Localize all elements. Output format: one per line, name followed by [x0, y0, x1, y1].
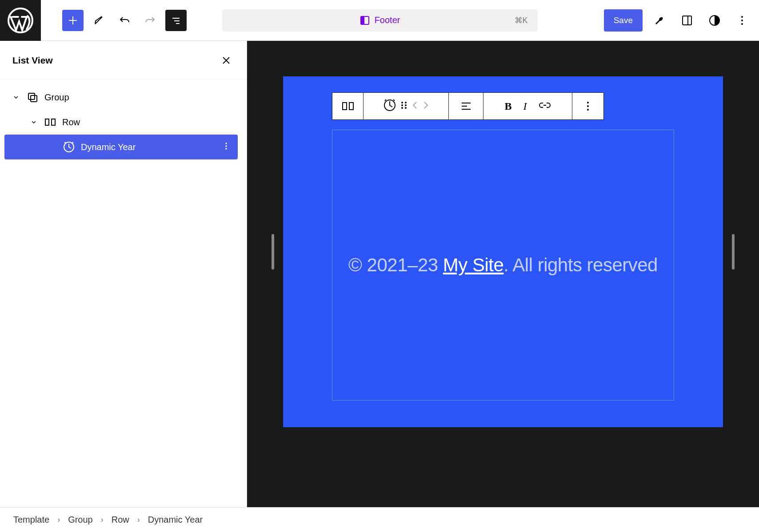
tools-button[interactable]: [649, 10, 670, 31]
footer-prefix: © 2021–23: [348, 254, 443, 275]
link-button[interactable]: [539, 101, 551, 111]
svg-point-26: [587, 105, 589, 107]
tree-item-label: Dynamic Year: [81, 142, 136, 152]
breadcrumb-item[interactable]: Dynamic Year: [148, 515, 203, 525]
svg-point-24: [405, 107, 407, 109]
more-menu-button[interactable]: [731, 10, 753, 31]
more-vertical-icon: [583, 100, 592, 112]
svg-rect-17: [349, 103, 353, 110]
editor-main: List View Group Row Dynamic Year: [0, 41, 759, 507]
contrast-icon: [709, 15, 720, 26]
svg-rect-8: [28, 93, 35, 99]
editor-topbar: Footer ⌘K Save: [0, 0, 759, 41]
tree-item-row[interactable]: Row: [4, 110, 238, 135]
dynamic-year-icon: [63, 141, 75, 153]
dynamic-year-block-content[interactable]: © 2021–23 My Site. All rights reserved: [332, 254, 674, 276]
chevron-down-icon: [12, 94, 20, 100]
more-vertical-icon: [736, 15, 748, 26]
svg-rect-11: [52, 119, 55, 125]
chevron-right-icon: ›: [101, 515, 104, 524]
svg-rect-9: [31, 95, 37, 102]
settings-panel-toggle[interactable]: [676, 10, 698, 31]
svg-point-5: [741, 16, 743, 18]
svg-point-27: [587, 109, 589, 111]
drag-handle[interactable]: [400, 101, 407, 111]
link-icon: [539, 101, 551, 109]
block-toolbar: B I: [332, 92, 604, 120]
svg-point-21: [401, 104, 403, 106]
format-group: B I: [483, 93, 572, 119]
block-icon-button[interactable]: [383, 99, 396, 113]
close-list-view-button[interactable]: [218, 52, 234, 68]
template-part-label: Footer: [375, 15, 400, 25]
save-button[interactable]: Save: [604, 9, 643, 32]
breadcrumb-item[interactable]: Group: [68, 515, 93, 525]
resize-handle-left[interactable]: [272, 234, 274, 270]
bold-button[interactable]: B: [504, 100, 511, 112]
svg-point-19: [401, 102, 403, 103]
block-tree: Group Row Dynamic Year: [0, 79, 247, 165]
svg-point-15: [225, 148, 227, 150]
site-title-link[interactable]: My Site: [443, 254, 504, 275]
svg-point-13: [225, 143, 227, 144]
list-view-toggle[interactable]: [165, 10, 187, 31]
breadcrumb-item[interactable]: Template: [13, 515, 49, 525]
svg-point-25: [587, 102, 589, 103]
group-block-icon: [27, 91, 38, 103]
row-block-icon: [44, 116, 56, 128]
breadcrumb: Template › Group › Row › Dynamic Year: [0, 507, 759, 532]
tree-item-group[interactable]: Group: [4, 85, 238, 110]
svg-rect-2: [361, 16, 364, 24]
svg-rect-10: [45, 119, 49, 125]
drag-icon: [400, 101, 407, 110]
redo-icon: [144, 14, 156, 27]
list-view-header: List View: [0, 41, 247, 79]
parent-block-button[interactable]: [332, 93, 364, 119]
chevron-left-icon: [412, 101, 418, 109]
editor-canvas[interactable]: B I © 2021–23 My Site. All rights reserv…: [247, 41, 759, 507]
resize-handle-right[interactable]: [732, 234, 735, 270]
move-left-button[interactable]: [412, 101, 418, 111]
svg-point-23: [401, 107, 403, 109]
pencil-icon: [93, 15, 104, 26]
row-block-icon: [342, 102, 354, 111]
svg-point-22: [405, 104, 407, 106]
move-right-button[interactable]: [423, 101, 429, 111]
plus-icon: [67, 15, 79, 26]
wordpress-icon: [7, 7, 34, 34]
undo-button[interactable]: [114, 10, 135, 31]
footer-suffix: . All rights reserved: [503, 254, 658, 275]
list-view-icon: [170, 15, 182, 26]
shortcut-hint: ⌘K: [515, 16, 528, 25]
command-palette-trigger[interactable]: Footer ⌘K: [222, 9, 538, 32]
tree-item-more-button[interactable]: [222, 142, 231, 153]
tree-item-dynamic-year[interactable]: Dynamic Year: [4, 135, 238, 159]
svg-rect-3: [683, 16, 691, 25]
tree-item-label: Group: [44, 92, 69, 103]
sidebar-icon: [681, 15, 693, 26]
template-part-icon: [360, 15, 370, 26]
add-block-button[interactable]: [62, 10, 84, 31]
selected-block-outline[interactable]: © 2021–23 My Site. All rights reserved: [332, 130, 674, 401]
block-more-button[interactable]: [572, 93, 603, 119]
undo-icon: [118, 14, 131, 27]
svg-point-20: [405, 102, 407, 103]
edit-mode-button[interactable]: [88, 10, 109, 31]
align-left-icon: [460, 101, 472, 111]
redo-button[interactable]: [140, 10, 161, 31]
align-button[interactable]: [449, 93, 483, 119]
topbar-left-group: [45, 10, 187, 31]
chevron-down-icon: [29, 119, 38, 125]
chevron-right-icon: ›: [57, 515, 60, 524]
svg-rect-16: [343, 103, 347, 110]
italic-button[interactable]: I: [523, 100, 527, 112]
breadcrumb-item[interactable]: Row: [112, 515, 129, 525]
footer-template-part[interactable]: B I © 2021–23 My Site. All rights reserv…: [283, 76, 723, 427]
chevron-right-icon: [423, 101, 429, 109]
wordpress-logo-button[interactable]: [0, 0, 41, 41]
list-view-panel: List View Group Row Dynamic Year: [0, 41, 247, 507]
styles-panel-toggle[interactable]: [704, 10, 725, 31]
wrench-icon: [654, 15, 665, 26]
block-type-group: [364, 93, 449, 119]
close-icon: [221, 56, 231, 65]
